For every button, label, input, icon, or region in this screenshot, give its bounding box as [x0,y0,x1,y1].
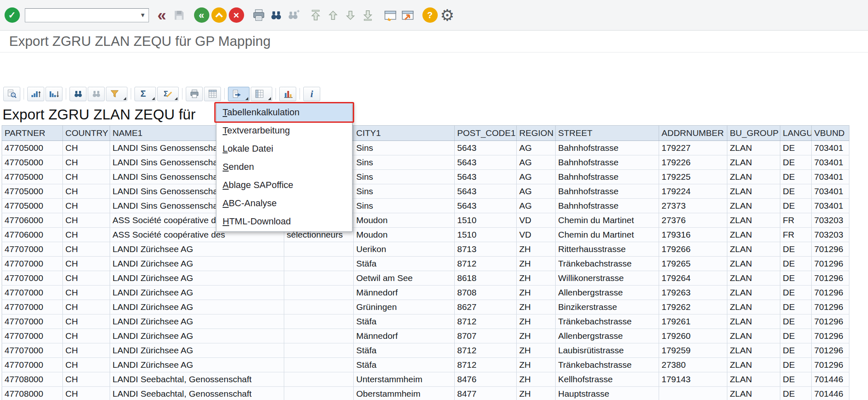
alv-graphic-button[interactable] [279,87,296,101]
table-cell[interactable]: Männedorf [354,286,455,300]
table-cell[interactable]: Oberstammheim [354,387,455,400]
menu-item-abc-analyse[interactable]: ABC-Analyse [216,194,352,212]
table-cell[interactable]: 179266 [659,242,727,257]
table-cell[interactable]: 47707000 [2,257,63,271]
table-cell[interactable] [284,314,354,329]
table-cell[interactable]: 8627 [455,300,517,314]
table-cell[interactable] [284,300,354,314]
table-cell[interactable]: ZLAN [727,170,780,184]
alv-views-button[interactable] [204,87,221,101]
table-cell[interactable]: Männedorf [354,329,455,343]
table-cell[interactable]: ZH [517,271,556,286]
column-header-bu_group[interactable]: BU_GROUP [727,126,780,141]
table-cell[interactable]: Chemin du Martinet [556,213,659,228]
table-cell[interactable] [284,242,354,257]
table-cell[interactable]: DE [780,170,812,184]
table-cell[interactable]: LANDI Zürichsee AG [110,314,284,329]
table-cell[interactable]: 27380 [659,358,727,372]
next-page-button[interactable] [343,5,357,26]
table-cell[interactable]: LANDI Zürichsee AG [110,329,284,343]
table-cell[interactable]: ZLAN [727,228,780,242]
menu-item-ablage-sapoffice[interactable]: Ablage SAPoffice [216,176,352,194]
table-cell[interactable]: 47705000 [2,170,63,184]
table-cell[interactable]: LANDI Seebachtal, Genossenschaft [110,372,284,387]
table-cell[interactable]: Hauptstrasse [556,387,659,400]
table-cell[interactable]: 47708000 [2,372,63,387]
find-button[interactable] [269,5,283,26]
table-cell[interactable]: 701296 [812,358,849,372]
table-cell[interactable]: CH [63,300,110,314]
table-cell[interactable]: 703401 [812,155,849,170]
alv-sort-ascending-button[interactable] [27,87,44,101]
table-cell[interactable]: ZLAN [727,387,780,400]
table-cell[interactable]: 703203 [812,213,849,228]
column-header-region[interactable]: REGION [517,126,556,141]
cancel-button[interactable]: × [229,5,243,26]
table-cell[interactable]: Bahnhofstrasse [556,199,659,213]
menu-item-textverarbeitung[interactable]: Textverarbeitung [216,121,352,140]
table-cell[interactable]: Stäfa [354,358,455,372]
table-cell[interactable]: DE [780,286,812,300]
alv-info-button[interactable]: i [303,87,320,101]
alv-details-button[interactable] [3,87,20,101]
table-cell[interactable]: VD [517,213,556,228]
table-cell[interactable]: 703401 [812,199,849,213]
table-cell[interactable]: 701446 [812,372,849,387]
exit-button[interactable] [212,5,226,26]
table-cell[interactable]: CH [63,372,110,387]
table-cell[interactable]: CH [63,387,110,400]
table-cell[interactable]: 47707000 [2,329,63,343]
table-cell[interactable]: 701296 [812,242,849,257]
table-cell[interactable]: DE [780,271,812,286]
table-cell[interactable]: 701296 [812,343,849,358]
table-cell[interactable]: 47707000 [2,343,63,358]
first-page-button[interactable] [309,5,323,26]
table-cell[interactable]: 701296 [812,329,849,343]
table-cell[interactable]: ZLAN [727,155,780,170]
table-cell[interactable]: 47707000 [2,314,63,329]
table-cell[interactable]: Bahnhofstrasse [556,170,659,184]
table-cell[interactable]: DE [780,387,812,400]
table-cell[interactable]: 47705000 [2,199,63,213]
table-cell[interactable]: ZH [517,300,556,314]
table-cell[interactable]: ZLAN [727,184,780,199]
table-cell[interactable]: ZH [517,329,556,343]
table-cell[interactable]: 179262 [659,300,727,314]
table-cell[interactable]: Bahnhofstrasse [556,155,659,170]
table-cell[interactable]: DE [780,184,812,199]
table-cell[interactable]: Moudon [354,213,455,228]
table-cell[interactable]: ZLAN [727,271,780,286]
table-cell[interactable]: DE [780,155,812,170]
table-cell[interactable]: ZH [517,286,556,300]
menu-item-senden[interactable]: Senden [216,158,352,176]
table-cell[interactable]: Binzikerstrasse [556,300,659,314]
table-cell[interactable]: CH [63,343,110,358]
table-cell[interactable]: CH [63,314,110,329]
table-cell[interactable] [284,329,354,343]
table-cell[interactable]: ZH [517,387,556,400]
table-cell[interactable]: 179261 [659,314,727,329]
alv-total-button[interactable]: Σ [134,87,156,101]
table-cell[interactable]: 47707000 [2,271,63,286]
column-header-post_code1[interactable]: POST_CODE1 [455,126,517,141]
table-cell[interactable]: 47708000 [2,387,63,400]
table-cell[interactable]: 27376 [659,213,727,228]
table-cell[interactable]: Tränkebachstrasse [556,314,659,329]
column-header-langu[interactable]: LANGU [780,126,812,141]
back-button[interactable]: « [194,5,209,26]
table-cell[interactable]: CH [63,141,110,155]
table-cell[interactable]: DE [780,372,812,387]
column-header-city1[interactable]: CITY1 [354,126,455,141]
table-cell[interactable]: 47707000 [2,358,63,372]
table-cell[interactable]: ZLAN [727,372,780,387]
command-field[interactable]: ▾ [25,8,149,22]
table-cell[interactable]: 47707000 [2,242,63,257]
table-cell[interactable]: CH [63,286,110,300]
alv-filter-button[interactable] [106,87,127,101]
table-cell[interactable]: Stäfa [354,343,455,358]
save-button[interactable] [172,5,186,26]
table-cell[interactable]: Moudon [354,228,455,242]
table-cell[interactable]: 47705000 [2,155,63,170]
table-cell[interactable]: 8713 [455,242,517,257]
table-cell[interactable]: CH [63,170,110,184]
